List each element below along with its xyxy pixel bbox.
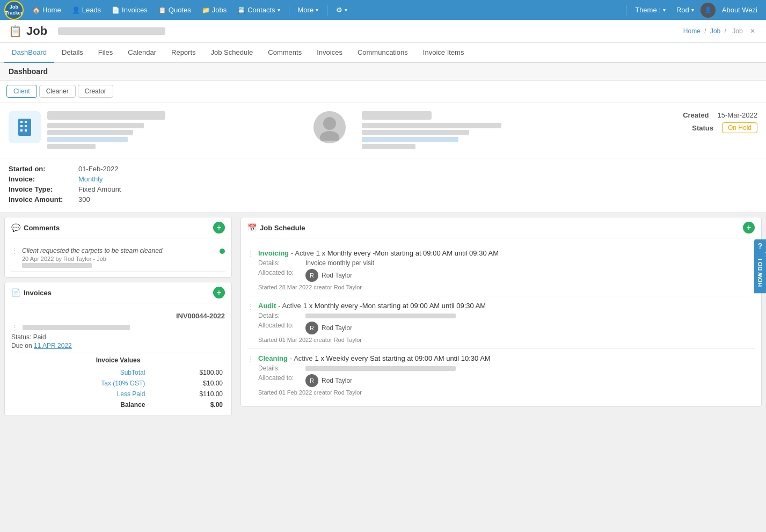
schedule-item-audit: ⋮ Audit - Active 1 x Monthly every -Mon … bbox=[247, 296, 755, 349]
add-comment-button[interactable]: + bbox=[213, 222, 225, 234]
svg-point-8 bbox=[320, 131, 339, 141]
client-tab-cleaner[interactable]: Cleaner bbox=[39, 85, 76, 98]
schedule-panel-body: ⋮ Invoicing - Active 1 x Monthly every -… bbox=[241, 238, 761, 406]
breadcrumb-current: Job bbox=[732, 27, 742, 35]
add-schedule-button[interactable]: + bbox=[743, 222, 755, 234]
schedule-info-invoicing: Invoicing - Active 1 x Monthly every -Mo… bbox=[258, 249, 755, 290]
schedule-type-invoicing: Invoicing bbox=[258, 249, 289, 257]
client-details bbox=[47, 111, 297, 149]
job-detail-invoice: Invoice: Monthly bbox=[9, 175, 757, 183]
schedule-panel: 📅 Job Schedule + ⋮ Invoicing - Active 1 bbox=[240, 217, 762, 407]
tab-communications[interactable]: Communcations bbox=[350, 43, 415, 63]
page-header-left: 📋 Job bbox=[9, 24, 165, 38]
breadcrumb-job[interactable]: Job bbox=[710, 27, 720, 35]
client-tabs: Client Cleaner Creator bbox=[0, 81, 766, 103]
meta-block: Created 15-Mar-2022 Status On Hold bbox=[650, 111, 757, 133]
tab-reports[interactable]: Reports bbox=[164, 43, 203, 63]
audit-details-blurred bbox=[305, 314, 456, 318]
schedule-started-invoicing: Started 28 Mar 2022 creator Rod Taylor bbox=[258, 284, 755, 290]
client-phone-blurred bbox=[47, 144, 96, 149]
client-email-blurred bbox=[47, 137, 128, 142]
client-logo bbox=[9, 111, 41, 143]
invoice-type-value: Fixed Amount bbox=[78, 185, 121, 193]
invoice-value[interactable]: Monthly bbox=[78, 175, 103, 183]
schedule-item-audit-header: ⋮ Audit - Active 1 x Monthly every -Mon … bbox=[247, 302, 755, 343]
svg-rect-3 bbox=[20, 125, 23, 127]
top-navigation: JobTracker 🏠 Home 👤 Leads 📄 Invoices 📋 Q… bbox=[0, 0, 766, 20]
nav-about[interactable]: About Wezi bbox=[718, 4, 762, 16]
tab-dashboard[interactable]: DashBoard bbox=[4, 43, 54, 63]
subtotal-value: $100.00 bbox=[149, 367, 225, 378]
tab-invoice-items[interactable]: Invoice Items bbox=[415, 43, 472, 63]
schedule-detail-row-invoicing: Details: Invoice monthly per visit bbox=[258, 259, 755, 267]
tabs-bar: DashBoard Details Files Calendar Reports… bbox=[0, 43, 766, 63]
tab-comments[interactable]: Comments bbox=[260, 43, 309, 63]
building-icon bbox=[14, 116, 35, 138]
tab-invoices[interactable]: Invoices bbox=[309, 43, 350, 63]
invoice-number: INV00044-2022 bbox=[11, 309, 225, 323]
schedule-drag-cleaning[interactable]: ⋮ bbox=[247, 354, 254, 363]
page-icon: 📋 bbox=[9, 25, 22, 38]
started-value: 01-Feb-2022 bbox=[78, 165, 118, 173]
nav-separator-1 bbox=[289, 5, 289, 16]
nav-settings[interactable]: ⚙ ▾ bbox=[332, 4, 352, 16]
tab-files[interactable]: Files bbox=[91, 43, 120, 63]
section-header: Dashboard bbox=[0, 63, 766, 81]
svg-rect-2 bbox=[25, 121, 27, 123]
assignee-email-blurred bbox=[362, 137, 458, 142]
nav-quotes[interactable]: 📋 Quotes bbox=[154, 4, 195, 16]
svg-point-7 bbox=[323, 117, 336, 130]
breadcrumb-home[interactable]: Home bbox=[683, 27, 701, 35]
schedule-panel-header: 📅 Job Schedule + bbox=[241, 217, 761, 238]
invoice-row-balance: Balance $.00 bbox=[11, 399, 225, 410]
schedule-item-invoicing-header: ⋮ Invoicing - Active 1 x Monthly every -… bbox=[247, 249, 755, 290]
invoices-panel-header: 📄 Invoices + bbox=[5, 282, 231, 303]
tab-details[interactable]: Details bbox=[54, 43, 91, 63]
nav-more[interactable]: More ▾ bbox=[294, 4, 323, 16]
comment-drag-handle[interactable]: ⋮ bbox=[11, 247, 18, 254]
add-invoice-button[interactable]: + bbox=[213, 287, 225, 298]
invoice-amount-value: 300 bbox=[78, 195, 90, 203]
status-label: Status bbox=[692, 124, 713, 132]
nav-theme[interactable]: Theme : ▾ bbox=[631, 4, 670, 16]
tab-calendar[interactable]: Calendar bbox=[120, 43, 164, 63]
invoice-row-subtotal: SubTotal $100.00 bbox=[11, 367, 225, 378]
comment-status-dot bbox=[220, 249, 225, 254]
nav-leads[interactable]: 👤 Leads bbox=[68, 4, 105, 16]
client-tab-client[interactable]: Client bbox=[6, 85, 37, 98]
lesspaid-value: $110.00 bbox=[149, 389, 225, 399]
comment-meta: 20 Apr 2022 by Rod Taylor - Job bbox=[22, 256, 215, 262]
allocated-avatar-audit: R bbox=[305, 322, 318, 334]
assignee-line1-blurred bbox=[362, 123, 501, 128]
schedule-frequency-cleaning: 1 x Weekly every Sat starting at 09:00 A… bbox=[315, 354, 491, 362]
invoice-due-date[interactable]: 11 APR 2022 bbox=[34, 342, 72, 349]
nav-home[interactable]: 🏠 Home bbox=[28, 4, 65, 16]
nav-invoices[interactable]: 📄 Invoices bbox=[107, 4, 152, 16]
how-do-i-question: ? bbox=[754, 239, 766, 252]
schedule-drag-invoicing[interactable]: ⋮ bbox=[247, 249, 254, 258]
assignee-line2-blurred bbox=[362, 130, 469, 135]
nav-contacts[interactable]: 📇 Contacts ▾ bbox=[233, 4, 284, 16]
details-value-cleaning bbox=[305, 365, 456, 372]
jobs-icon: 📁 bbox=[202, 6, 210, 14]
user-avatar[interactable]: 👤 bbox=[701, 3, 716, 18]
invoice-drag-handle[interactable]: ⋮ bbox=[11, 323, 18, 331]
how-do-i-button[interactable]: HOW DO I bbox=[754, 252, 766, 293]
invoice-values-title: Invoice Values bbox=[11, 353, 225, 367]
invoice-status: Status: Paid bbox=[11, 333, 225, 341]
allocated-avatar-cleaning: R bbox=[305, 374, 318, 387]
breadcrumb-sep2: / bbox=[725, 27, 726, 35]
client-tab-creator[interactable]: Creator bbox=[78, 85, 113, 98]
tab-job-schedule[interactable]: Job Schedule bbox=[203, 43, 261, 63]
invoice-due: Due on 11 APR 2022 bbox=[11, 342, 225, 349]
nav-user[interactable]: Rod ▾ bbox=[672, 4, 698, 16]
schedule-panel-title: 📅 Job Schedule bbox=[247, 223, 305, 232]
schedule-info-audit: Audit - Active 1 x Monthly every -Mon st… bbox=[258, 302, 755, 343]
close-icon[interactable]: ✕ bbox=[750, 27, 755, 35]
nav-jobs[interactable]: 📁 Jobs bbox=[198, 4, 231, 16]
schedule-frequency-audit: 1 x Monthly every -Mon starting at 09:00… bbox=[303, 302, 486, 310]
app-logo[interactable]: JobTracker bbox=[4, 1, 24, 20]
invoice-row-lesspaid: Less Paid $110.00 bbox=[11, 389, 225, 399]
schedule-drag-audit[interactable]: ⋮ bbox=[247, 302, 254, 310]
schedule-started-audit: Started 01 Mar 2022 creator Rod Taylor bbox=[258, 337, 755, 343]
